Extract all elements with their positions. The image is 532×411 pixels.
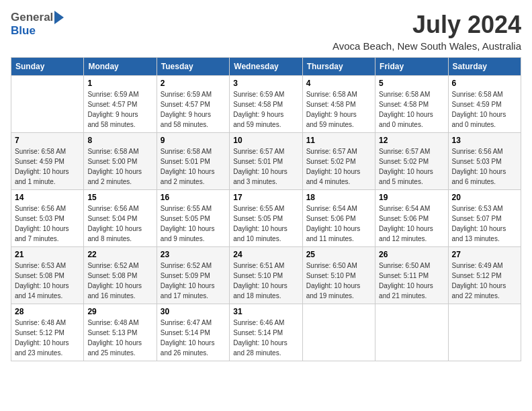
calendar-cell: 13Sunrise: 6:56 AMSunset: 5:03 PMDayligh…	[448, 133, 521, 190]
day-detail: Sunrise: 6:57 AMSunset: 5:02 PMDaylight:…	[306, 146, 371, 187]
calendar-cell	[11, 76, 84, 133]
calendar-cell: 17Sunrise: 6:55 AMSunset: 5:05 PMDayligh…	[230, 190, 302, 247]
calendar-header-monday: Monday	[84, 58, 157, 76]
calendar-header-friday: Friday	[375, 58, 448, 76]
day-number: 29	[87, 307, 152, 316]
day-number: 24	[233, 250, 298, 259]
day-detail: Sunrise: 6:59 AMSunset: 4:57 PMDaylight:…	[87, 89, 152, 130]
calendar-cell: 23Sunrise: 6:52 AMSunset: 5:09 PMDayligh…	[157, 247, 229, 304]
day-detail: Sunrise: 6:57 AMSunset: 5:01 PMDaylight:…	[233, 146, 298, 187]
calendar-cell: 1Sunrise: 6:59 AMSunset: 4:57 PMDaylight…	[84, 76, 157, 133]
logo-general: General	[11, 11, 53, 24]
calendar-cell: 20Sunrise: 6:53 AMSunset: 5:07 PMDayligh…	[448, 190, 521, 247]
calendar-cell: 25Sunrise: 6:50 AMSunset: 5:10 PMDayligh…	[302, 247, 375, 304]
logo: General Blue	[11, 11, 65, 38]
day-number: 22	[87, 250, 152, 259]
day-number: 3	[233, 79, 298, 88]
day-number: 7	[15, 136, 80, 145]
calendar-cell: 2Sunrise: 6:59 AMSunset: 4:57 PMDaylight…	[157, 76, 229, 133]
day-detail: Sunrise: 6:51 AMSunset: 5:10 PMDaylight:…	[233, 261, 298, 301]
calendar-cell: 19Sunrise: 6:54 AMSunset: 5:06 PMDayligh…	[375, 190, 448, 247]
calendar-cell: 5Sunrise: 6:58 AMSunset: 4:58 PMDaylight…	[375, 76, 448, 133]
calendar-header: SundayMondayTuesdayWednesdayThursdayFrid…	[11, 58, 521, 76]
calendar-cell: 30Sunrise: 6:47 AMSunset: 5:14 PMDayligh…	[157, 304, 229, 361]
day-number: 11	[306, 136, 371, 145]
day-number: 27	[452, 250, 517, 259]
day-detail: Sunrise: 6:52 AMSunset: 5:08 PMDaylight:…	[87, 261, 152, 301]
calendar-cell	[448, 304, 521, 361]
calendar-cell: 6Sunrise: 6:58 AMSunset: 4:59 PMDaylight…	[448, 76, 521, 133]
day-detail: Sunrise: 6:59 AMSunset: 4:58 PMDaylight:…	[233, 89, 298, 130]
calendar-cell: 28Sunrise: 6:48 AMSunset: 5:12 PMDayligh…	[11, 304, 84, 361]
day-detail: Sunrise: 6:56 AMSunset: 5:03 PMDaylight:…	[452, 146, 517, 187]
calendar-week-5: 28Sunrise: 6:48 AMSunset: 5:12 PMDayligh…	[11, 304, 521, 361]
logo-blue: Blue	[11, 24, 36, 37]
month-title: July 2024	[332, 11, 521, 39]
day-number: 12	[379, 136, 444, 145]
day-detail: Sunrise: 6:58 AMSunset: 5:01 PMDaylight:…	[161, 146, 226, 187]
calendar-week-4: 21Sunrise: 6:53 AMSunset: 5:08 PMDayligh…	[11, 247, 521, 304]
day-number: 14	[15, 193, 80, 202]
calendar-week-1: 1Sunrise: 6:59 AMSunset: 4:57 PMDaylight…	[11, 76, 521, 133]
day-detail: Sunrise: 6:58 AMSunset: 5:00 PMDaylight:…	[87, 146, 152, 187]
calendar-cell: 14Sunrise: 6:56 AMSunset: 5:03 PMDayligh…	[11, 190, 84, 247]
calendar-cell: 31Sunrise: 6:46 AMSunset: 5:14 PMDayligh…	[230, 304, 302, 361]
day-number: 28	[15, 307, 80, 316]
day-detail: Sunrise: 6:48 AMSunset: 5:12 PMDaylight:…	[15, 318, 80, 358]
day-number: 6	[452, 79, 517, 88]
calendar-cell: 27Sunrise: 6:49 AMSunset: 5:12 PMDayligh…	[448, 247, 521, 304]
day-detail: Sunrise: 6:58 AMSunset: 4:58 PMDaylight:…	[379, 89, 444, 130]
day-number: 26	[379, 250, 444, 259]
calendar-week-3: 14Sunrise: 6:56 AMSunset: 5:03 PMDayligh…	[11, 190, 521, 247]
calendar-cell	[302, 304, 375, 361]
calendar-cell: 16Sunrise: 6:55 AMSunset: 5:05 PMDayligh…	[157, 190, 229, 247]
day-detail: Sunrise: 6:58 AMSunset: 4:58 PMDaylight:…	[306, 89, 371, 130]
day-detail: Sunrise: 6:56 AMSunset: 5:03 PMDaylight:…	[15, 203, 80, 244]
calendar-cell: 10Sunrise: 6:57 AMSunset: 5:01 PMDayligh…	[230, 133, 302, 190]
calendar-week-2: 7Sunrise: 6:58 AMSunset: 4:59 PMDaylight…	[11, 133, 521, 190]
day-detail: Sunrise: 6:50 AMSunset: 5:10 PMDaylight:…	[306, 261, 371, 301]
title-area: July 2024 Avoca Beach, New South Wales, …	[332, 11, 521, 52]
day-number: 18	[306, 193, 371, 202]
calendar-cell: 29Sunrise: 6:48 AMSunset: 5:13 PMDayligh…	[84, 304, 157, 361]
day-number: 21	[15, 250, 80, 259]
day-number: 5	[379, 79, 444, 88]
calendar-cell: 9Sunrise: 6:58 AMSunset: 5:01 PMDaylight…	[157, 133, 229, 190]
day-detail: Sunrise: 6:53 AMSunset: 5:08 PMDaylight:…	[15, 261, 80, 301]
calendar-cell: 8Sunrise: 6:58 AMSunset: 5:00 PMDaylight…	[84, 133, 157, 190]
day-number: 13	[452, 136, 517, 145]
day-detail: Sunrise: 6:50 AMSunset: 5:11 PMDaylight:…	[379, 261, 444, 301]
day-detail: Sunrise: 6:53 AMSunset: 5:07 PMDaylight:…	[452, 203, 517, 244]
day-detail: Sunrise: 6:52 AMSunset: 5:09 PMDaylight:…	[161, 261, 226, 301]
day-detail: Sunrise: 6:54 AMSunset: 5:06 PMDaylight:…	[306, 203, 371, 244]
day-number: 15	[87, 193, 152, 202]
calendar-cell: 11Sunrise: 6:57 AMSunset: 5:02 PMDayligh…	[302, 133, 375, 190]
calendar-cell: 22Sunrise: 6:52 AMSunset: 5:08 PMDayligh…	[84, 247, 157, 304]
calendar-cell: 15Sunrise: 6:56 AMSunset: 5:04 PMDayligh…	[84, 190, 157, 247]
calendar-cell: 26Sunrise: 6:50 AMSunset: 5:11 PMDayligh…	[375, 247, 448, 304]
day-detail: Sunrise: 6:46 AMSunset: 5:14 PMDaylight:…	[233, 318, 298, 358]
day-number: 10	[233, 136, 298, 145]
day-number: 20	[452, 193, 517, 202]
location-subtitle: Avoca Beach, New South Wales, Australia	[332, 40, 521, 52]
day-detail: Sunrise: 6:47 AMSunset: 5:14 PMDaylight:…	[161, 318, 226, 358]
day-detail: Sunrise: 6:55 AMSunset: 5:05 PMDaylight:…	[161, 203, 226, 244]
day-detail: Sunrise: 6:55 AMSunset: 5:05 PMDaylight:…	[233, 203, 298, 244]
page-header: General Blue July 2024 Avoca Beach, New …	[11, 11, 521, 52]
calendar-cell: 4Sunrise: 6:58 AMSunset: 4:58 PMDaylight…	[302, 76, 375, 133]
day-number: 9	[161, 136, 226, 145]
day-detail: Sunrise: 6:58 AMSunset: 4:59 PMDaylight:…	[15, 146, 80, 187]
day-number: 31	[233, 307, 298, 316]
calendar-header-saturday: Saturday	[448, 58, 521, 76]
calendar-cell: 24Sunrise: 6:51 AMSunset: 5:10 PMDayligh…	[230, 247, 302, 304]
calendar-cell: 12Sunrise: 6:57 AMSunset: 5:02 PMDayligh…	[375, 133, 448, 190]
day-number: 23	[161, 250, 226, 259]
calendar-header-sunday: Sunday	[11, 58, 84, 76]
calendar-cell: 3Sunrise: 6:59 AMSunset: 4:58 PMDaylight…	[230, 76, 302, 133]
day-detail: Sunrise: 6:56 AMSunset: 5:04 PMDaylight:…	[87, 203, 152, 244]
day-detail: Sunrise: 6:49 AMSunset: 5:12 PMDaylight:…	[452, 261, 517, 301]
day-number: 25	[306, 250, 371, 259]
calendar-cell: 7Sunrise: 6:58 AMSunset: 4:59 PMDaylight…	[11, 133, 84, 190]
calendar-header-wednesday: Wednesday	[230, 58, 302, 76]
calendar-table: SundayMondayTuesdayWednesdayThursdayFrid…	[11, 57, 521, 361]
